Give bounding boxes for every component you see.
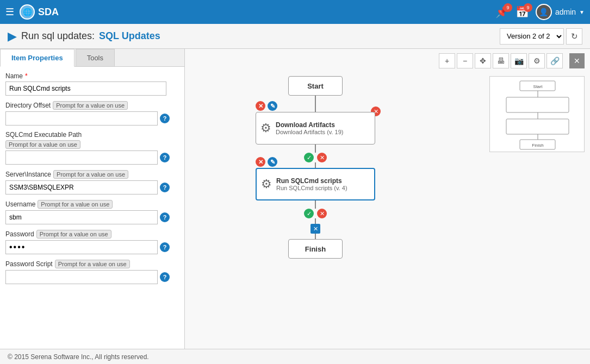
node2-delete-button[interactable]: ✕ (256, 157, 265, 167)
settings-button[interactable]: ⚙ (529, 53, 545, 68)
user-menu[interactable]: 👤 admin ▼ (536, 4, 585, 20)
minimap-svg: Start Finish (490, 77, 585, 153)
version-dropdown[interactable]: Version 2 of 2 (500, 28, 564, 45)
start-node: Start (288, 76, 343, 96)
breadcrumb-prefix: Run sql updates: (21, 30, 95, 42)
name-input[interactable] (5, 81, 166, 96)
password-prompt-badge: Prompt for a value on use (36, 230, 111, 239)
node2-edit-button[interactable]: ✎ (268, 157, 277, 167)
directory-offset-input-row: ? (5, 111, 179, 125)
password-input[interactable] (5, 240, 158, 254)
password-script-help-icon[interactable]: ? (160, 272, 170, 282)
print-button[interactable]: 🖶 (493, 53, 509, 68)
node2-controls: ✕ ✎ (256, 157, 277, 167)
directory-offset-help-icon[interactable]: ? (160, 114, 170, 123)
username: admin (555, 8, 576, 16)
node1-edit-button[interactable]: ✎ (268, 101, 277, 111)
conn-line-1b (315, 162, 316, 168)
conn-line-2a (315, 200, 316, 209)
conn-dot-green-2: ✓ (304, 209, 314, 218)
notification-badge: 9 (504, 3, 512, 12)
password-help-icon[interactable]: ? (160, 242, 170, 252)
properties-form: Name * Directory Offset Prompt for a val… (0, 67, 184, 349)
copyright-text: © 2015 Serena Software Inc., All rights … (8, 353, 149, 361)
name-input-row (5, 81, 179, 96)
svg-rect-5 (506, 119, 569, 134)
server-input-row: ? (5, 180, 179, 194)
connector-1 (315, 96, 316, 112)
node1-gear-icon: ⚙ (260, 121, 271, 135)
password-script-input-row: ? (5, 270, 179, 284)
password-group: Password Prompt for a value on use ? (5, 230, 179, 254)
name-group: Name * (5, 72, 179, 96)
breadcrumb-title: SQL Updates (99, 30, 160, 42)
node1-delete-button[interactable]: ✕ (256, 101, 265, 111)
refresh-button[interactable]: ↻ (566, 28, 582, 45)
conn-line-1a (315, 145, 316, 153)
username-group: Username Prompt for a value on use ? (5, 200, 179, 224)
breadcrumb-bar: ▶ Run sql updates: SQL Updates Version 2… (0, 24, 590, 49)
username-label: Username Prompt for a value on use (5, 200, 179, 209)
directory-offset-prompt-badge: Prompt for a value on use (53, 101, 128, 110)
server-label: Server\Instance Prompt for a value on us… (5, 170, 179, 179)
node1-action[interactable]: ⚙ Download Artifacts Download Artifacts … (256, 112, 375, 145)
username-help-icon[interactable]: ? (160, 212, 170, 222)
logo: 🌐 SDA (20, 4, 59, 20)
username-input[interactable] (5, 210, 158, 224)
server-help-icon[interactable]: ? (160, 183, 170, 192)
server-input[interactable] (5, 180, 158, 194)
sqlcmd-path-label: SQLCmd Executable Path (5, 131, 179, 139)
node2-action[interactable]: ⚙ Run SQLCmd scripts Run SQLCmd scripts … (256, 168, 375, 200)
flow-diagram: Start ✕ ✎ ✕ ⚙ (256, 76, 375, 259)
canvas-panel: + − ✥ 🖶 📷 ⚙ 🔗 ✕ Start Finish (185, 49, 590, 349)
conn-dots-2: ✓ ✕ (304, 209, 327, 218)
fit-button[interactable]: ✥ (475, 53, 491, 68)
required-marker: * (25, 72, 28, 80)
calendar-badge: 9 (524, 3, 532, 12)
flow-start: Start ✕ ✎ ✕ ⚙ (256, 76, 375, 259)
sqlcmd-path-help-icon[interactable]: ? (160, 153, 170, 162)
more-button[interactable]: 🔗 (546, 53, 563, 68)
tab-item-properties[interactable]: Item Properties (0, 49, 74, 67)
notification-icon[interactable]: 📌 9 (495, 5, 509, 18)
node1-container: ✕ ✎ ✕ ⚙ Download Artifacts Download Arti… (256, 112, 375, 145)
conn-x-blue: ✕ (310, 224, 320, 234)
connector-area-2: ✓ ✕ ✕ (304, 200, 327, 239)
password-script-input[interactable] (5, 270, 158, 284)
left-panel: Item Properties Tools Name * Dir (0, 49, 185, 349)
conn-dot-green-1: ✓ (304, 153, 314, 162)
tab-bar: Item Properties Tools (0, 49, 184, 67)
conn-line-2c (315, 234, 316, 239)
node2-container: ✕ ✎ ⚙ Run SQLCmd scripts Run SQLCmd scri… (256, 168, 375, 200)
sqlcmd-path-input-row: ? (5, 150, 179, 165)
directory-offset-input[interactable] (5, 111, 158, 125)
svg-text:Finish: Finish (532, 143, 543, 148)
password-input-row: ? (5, 240, 179, 254)
conn-dot-red-2: ✕ (317, 209, 327, 218)
image-button[interactable]: 📷 (511, 53, 527, 68)
calendar-icon[interactable]: 📅 9 (516, 5, 529, 18)
canvas-toolbar: + − ✥ 🖶 📷 ⚙ 🔗 (439, 53, 563, 68)
tab-tools[interactable]: Tools (76, 49, 115, 66)
zoom-in-button[interactable]: + (439, 53, 455, 68)
server-group: Server\Instance Prompt for a value on us… (5, 170, 179, 194)
finish-node: Finish (288, 239, 343, 259)
conn-dot-red-1: ✕ (317, 153, 327, 162)
conn-dots-1: ✓ ✕ (304, 153, 327, 162)
close-panel-button[interactable]: ✕ (569, 53, 585, 68)
menu-icon[interactable]: ☰ (5, 6, 14, 18)
directory-offset-label: Directory Offset Prompt for a value on u… (5, 101, 179, 110)
sqlcmd-path-group: SQLCmd Executable Path Prompt for a valu… (5, 131, 179, 165)
svg-rect-3 (506, 97, 569, 112)
name-label: Name * (5, 72, 179, 80)
zoom-out-button[interactable]: − (457, 53, 473, 68)
breadcrumb-icon: ▶ (8, 29, 17, 43)
sqlcmd-path-prompt-row: Prompt for a value on use (5, 140, 179, 149)
node2-text: Run SQLCmd scripts Run SQLCmd scripts (v… (276, 177, 347, 191)
minimap: Start Finish (489, 76, 585, 152)
user-chevron-icon: ▼ (579, 9, 585, 15)
node1-text: Download Artifacts Download Artifacts (v… (276, 121, 344, 135)
sqlcmd-path-input[interactable] (5, 150, 158, 165)
password-script-group: Password Script Prompt for a value on us… (5, 260, 179, 284)
version-selector: Version 2 of 2 ↻ (500, 28, 582, 45)
